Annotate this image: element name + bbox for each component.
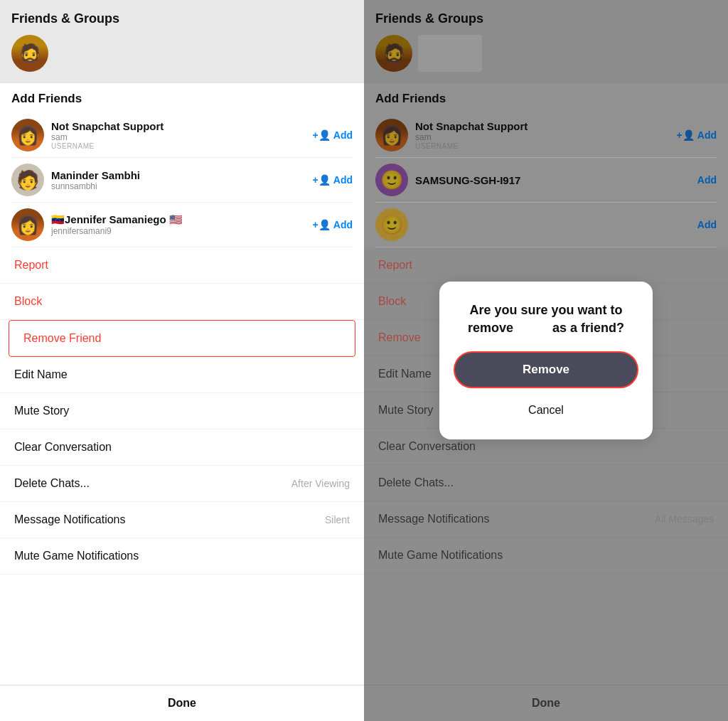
left-menu-message-notif-label: Message Notifications (14, 513, 126, 526)
left-add-friends-section: Add Friends 👩 Not Snapchat Support sam U… (0, 83, 364, 247)
left-add-button-3[interactable]: +👤 Add (313, 219, 353, 230)
dialog-cancel-button[interactable]: Cancel (454, 395, 638, 425)
remove-friend-dialog: Are you sure you want to remove as a fri… (439, 282, 653, 439)
left-friend-item-1: 👩 Not Snapchat Support sam USERNAME +👤 A… (11, 113, 353, 158)
left-menu-clear-conversation[interactable]: Clear Conversation (0, 429, 364, 466)
dialog-title: Are you sure you want to remove as a fri… (454, 301, 638, 337)
left-menu-delete-chats-sub: After Viewing (291, 478, 350, 489)
left-friend-avatar-sambhi: 🧑 (11, 164, 44, 196)
left-friend-avatar-jennifer: 👩 (11, 208, 44, 241)
left-menu-block[interactable]: Block (0, 284, 364, 320)
left-friend-item-3: 👩 🇻🇪Jennifer Samaniego 🇺🇸 jennifersamani… (11, 203, 353, 247)
left-context-menu: Report Block Remove Friend Edit Name Mut… (0, 247, 364, 721)
left-panel: Friends & Groups 🧔 Add Friends 👩 Not Sna… (0, 0, 364, 721)
left-add-friends-title: Add Friends (11, 92, 353, 106)
left-menu-remove-friend-label: Remove Friend (23, 332, 101, 345)
left-friend-name-2: Maninder Sambhi (51, 169, 313, 181)
add-icon-1: +👤 (313, 129, 331, 141)
left-friend-username-2: sunnsambhi (51, 181, 313, 191)
left-friend-info-3: 🇻🇪Jennifer Samaniego 🇺🇸 jennifersamani9 (51, 213, 313, 236)
left-friend-label-1: USERNAME (51, 142, 313, 150)
dialog-remove-button[interactable]: Remove (454, 351, 638, 388)
right-panel: Friends & Groups 🧔 Add Friends 👩 Not Sna… (364, 0, 728, 721)
left-friends-groups-title: Friends & Groups (11, 11, 353, 26)
left-menu-remove-friend[interactable]: Remove Friend (9, 320, 355, 357)
left-menu-edit-name-label: Edit Name (14, 368, 68, 381)
left-friend-username-3: jennifersamani9 (51, 226, 313, 236)
add-icon-2: +👤 (313, 174, 331, 186)
left-menu-mute-story-label: Mute Story (14, 405, 69, 417)
left-menu-block-label: Block (14, 295, 42, 308)
left-add-button-1[interactable]: +👤 Add (313, 129, 353, 141)
dialog-cancel-label: Cancel (528, 404, 564, 416)
left-friend-username-1: sam (51, 132, 313, 142)
left-avatar-row: 🧔 (11, 35, 353, 72)
dialog-overlay: Are you sure you want to remove as a fri… (364, 0, 728, 721)
left-add-button-2[interactable]: +👤 Add (313, 174, 353, 186)
left-menu-message-notif[interactable]: Message Notifications Silent (0, 502, 364, 538)
add-label-3: Add (333, 219, 353, 230)
left-menu-delete-chats[interactable]: Delete Chats... After Viewing (0, 466, 364, 502)
add-label-1: Add (333, 129, 353, 141)
add-label-2: Add (333, 174, 353, 186)
left-friend-avatar-support: 👩 (11, 119, 44, 151)
left-menu-mute-game[interactable]: Mute Game Notifications (0, 538, 364, 575)
left-menu-mute-story[interactable]: Mute Story (0, 393, 364, 429)
left-menu-clear-conversation-label: Clear Conversation (14, 441, 112, 454)
left-menu-report-label: Report (14, 259, 48, 272)
left-friends-groups-section: Friends & Groups 🧔 (0, 0, 364, 83)
left-menu-report[interactable]: Report (0, 247, 364, 284)
left-friend-info-2: Maninder Sambhi sunnsambhi (51, 169, 313, 191)
dialog-remove-label: Remove (523, 363, 569, 376)
left-friend-name-3: 🇻🇪Jennifer Samaniego 🇺🇸 (51, 213, 313, 226)
add-icon-3: +👤 (313, 219, 331, 230)
left-menu-edit-name[interactable]: Edit Name (0, 357, 364, 393)
left-friend-name-1: Not Snapchat Support (51, 120, 313, 132)
left-friend-item-2: 🧑 Maninder Sambhi sunnsambhi +👤 Add (11, 158, 353, 203)
left-menu-delete-chats-label: Delete Chats... (14, 477, 90, 490)
left-friend-avatar-1[interactable]: 🧔 (11, 35, 48, 72)
left-menu-message-notif-sub: Silent (325, 514, 350, 525)
left-done-button[interactable]: Done (0, 685, 364, 721)
left-menu-mute-game-label: Mute Game Notifications (14, 550, 139, 562)
left-friend-info-1: Not Snapchat Support sam USERNAME (51, 120, 313, 150)
